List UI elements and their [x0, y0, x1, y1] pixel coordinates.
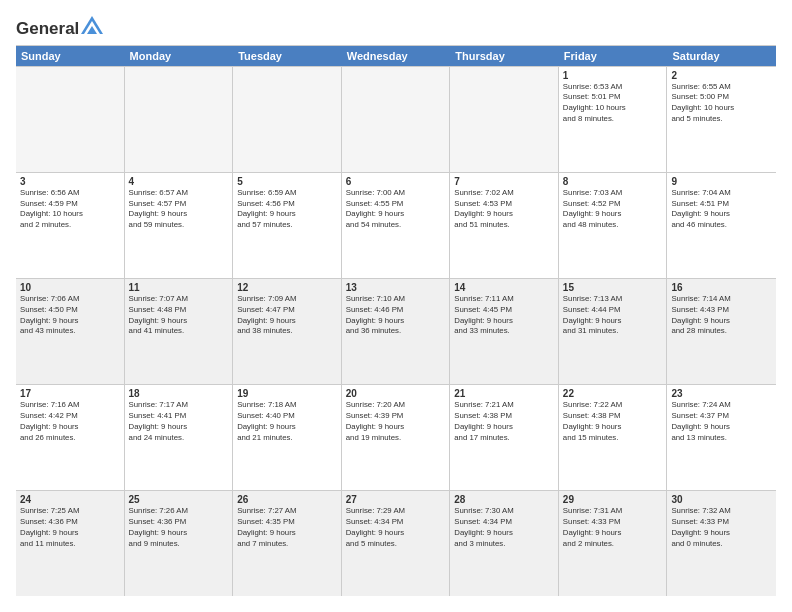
day-info: Sunrise: 7:02 AM Sunset: 4:53 PM Dayligh… — [454, 188, 554, 232]
calendar-cell: 26Sunrise: 7:27 AM Sunset: 4:35 PM Dayli… — [233, 491, 342, 596]
day-info: Sunrise: 7:21 AM Sunset: 4:38 PM Dayligh… — [454, 400, 554, 444]
day-number: 25 — [129, 494, 229, 505]
day-number: 26 — [237, 494, 337, 505]
day-info: Sunrise: 7:09 AM Sunset: 4:47 PM Dayligh… — [237, 294, 337, 338]
day-info: Sunrise: 7:00 AM Sunset: 4:55 PM Dayligh… — [346, 188, 446, 232]
day-info: Sunrise: 7:04 AM Sunset: 4:51 PM Dayligh… — [671, 188, 772, 232]
calendar-cell: 6Sunrise: 7:00 AM Sunset: 4:55 PM Daylig… — [342, 173, 451, 278]
calendar-cell: 19Sunrise: 7:18 AM Sunset: 4:40 PM Dayli… — [233, 385, 342, 490]
calendar-cell: 30Sunrise: 7:32 AM Sunset: 4:33 PM Dayli… — [667, 491, 776, 596]
day-info: Sunrise: 7:16 AM Sunset: 4:42 PM Dayligh… — [20, 400, 120, 444]
calendar-cell — [16, 67, 125, 172]
calendar-cell: 16Sunrise: 7:14 AM Sunset: 4:43 PM Dayli… — [667, 279, 776, 384]
day-number: 10 — [20, 282, 120, 293]
day-info: Sunrise: 7:29 AM Sunset: 4:34 PM Dayligh… — [346, 506, 446, 550]
day-number: 30 — [671, 494, 772, 505]
day-info: Sunrise: 7:14 AM Sunset: 4:43 PM Dayligh… — [671, 294, 772, 338]
day-number: 20 — [346, 388, 446, 399]
calendar-row: 24Sunrise: 7:25 AM Sunset: 4:36 PM Dayli… — [16, 491, 776, 596]
day-number: 17 — [20, 388, 120, 399]
day-number: 8 — [563, 176, 663, 187]
day-info: Sunrise: 6:59 AM Sunset: 4:56 PM Dayligh… — [237, 188, 337, 232]
logo-icon — [81, 16, 103, 34]
day-number: 4 — [129, 176, 229, 187]
calendar-cell: 22Sunrise: 7:22 AM Sunset: 4:38 PM Dayli… — [559, 385, 668, 490]
calendar-cell — [450, 67, 559, 172]
day-info: Sunrise: 7:24 AM Sunset: 4:37 PM Dayligh… — [671, 400, 772, 444]
day-number: 21 — [454, 388, 554, 399]
day-info: Sunrise: 7:22 AM Sunset: 4:38 PM Dayligh… — [563, 400, 663, 444]
day-number: 16 — [671, 282, 772, 293]
day-number: 11 — [129, 282, 229, 293]
day-number: 23 — [671, 388, 772, 399]
day-info: Sunrise: 7:32 AM Sunset: 4:33 PM Dayligh… — [671, 506, 772, 550]
calendar: SundayMondayTuesdayWednesdayThursdayFrid… — [16, 45, 776, 596]
day-number: 1 — [563, 70, 663, 81]
calendar-cell: 8Sunrise: 7:03 AM Sunset: 4:52 PM Daylig… — [559, 173, 668, 278]
calendar-row: 1Sunrise: 6:53 AM Sunset: 5:01 PM Daylig… — [16, 66, 776, 173]
day-number: 3 — [20, 176, 120, 187]
calendar-cell: 4Sunrise: 6:57 AM Sunset: 4:57 PM Daylig… — [125, 173, 234, 278]
calendar-cell: 5Sunrise: 6:59 AM Sunset: 4:56 PM Daylig… — [233, 173, 342, 278]
day-info: Sunrise: 7:27 AM Sunset: 4:35 PM Dayligh… — [237, 506, 337, 550]
day-info: Sunrise: 7:03 AM Sunset: 4:52 PM Dayligh… — [563, 188, 663, 232]
calendar-cell: 13Sunrise: 7:10 AM Sunset: 4:46 PM Dayli… — [342, 279, 451, 384]
calendar-cell — [233, 67, 342, 172]
calendar-cell: 27Sunrise: 7:29 AM Sunset: 4:34 PM Dayli… — [342, 491, 451, 596]
calendar-cell: 7Sunrise: 7:02 AM Sunset: 4:53 PM Daylig… — [450, 173, 559, 278]
logo-text: General — [16, 16, 103, 39]
day-number: 24 — [20, 494, 120, 505]
calendar-cell: 29Sunrise: 7:31 AM Sunset: 4:33 PM Dayli… — [559, 491, 668, 596]
day-number: 15 — [563, 282, 663, 293]
calendar-cell: 17Sunrise: 7:16 AM Sunset: 4:42 PM Dayli… — [16, 385, 125, 490]
day-info: Sunrise: 7:25 AM Sunset: 4:36 PM Dayligh… — [20, 506, 120, 550]
day-info: Sunrise: 7:30 AM Sunset: 4:34 PM Dayligh… — [454, 506, 554, 550]
calendar-cell: 12Sunrise: 7:09 AM Sunset: 4:47 PM Dayli… — [233, 279, 342, 384]
calendar-cell: 18Sunrise: 7:17 AM Sunset: 4:41 PM Dayli… — [125, 385, 234, 490]
day-number: 13 — [346, 282, 446, 293]
page-header: General — [16, 16, 776, 37]
weekday-header: Monday — [125, 46, 234, 66]
calendar-row: 3Sunrise: 6:56 AM Sunset: 4:59 PM Daylig… — [16, 173, 776, 279]
calendar-cell: 1Sunrise: 6:53 AM Sunset: 5:01 PM Daylig… — [559, 67, 668, 172]
calendar-cell: 28Sunrise: 7:30 AM Sunset: 4:34 PM Dayli… — [450, 491, 559, 596]
day-info: Sunrise: 7:26 AM Sunset: 4:36 PM Dayligh… — [129, 506, 229, 550]
calendar-cell: 23Sunrise: 7:24 AM Sunset: 4:37 PM Dayli… — [667, 385, 776, 490]
day-info: Sunrise: 7:18 AM Sunset: 4:40 PM Dayligh… — [237, 400, 337, 444]
calendar-header: SundayMondayTuesdayWednesdayThursdayFrid… — [16, 45, 776, 66]
day-number: 14 — [454, 282, 554, 293]
day-number: 6 — [346, 176, 446, 187]
calendar-body: 1Sunrise: 6:53 AM Sunset: 5:01 PM Daylig… — [16, 66, 776, 596]
day-number: 19 — [237, 388, 337, 399]
weekday-header: Tuesday — [233, 46, 342, 66]
calendar-cell: 14Sunrise: 7:11 AM Sunset: 4:45 PM Dayli… — [450, 279, 559, 384]
calendar-cell — [125, 67, 234, 172]
day-number: 12 — [237, 282, 337, 293]
day-info: Sunrise: 6:57 AM Sunset: 4:57 PM Dayligh… — [129, 188, 229, 232]
day-info: Sunrise: 7:20 AM Sunset: 4:39 PM Dayligh… — [346, 400, 446, 444]
day-number: 22 — [563, 388, 663, 399]
weekday-header: Wednesday — [342, 46, 451, 66]
day-info: Sunrise: 6:53 AM Sunset: 5:01 PM Dayligh… — [563, 82, 663, 126]
day-info: Sunrise: 7:13 AM Sunset: 4:44 PM Dayligh… — [563, 294, 663, 338]
calendar-cell — [342, 67, 451, 172]
calendar-cell: 9Sunrise: 7:04 AM Sunset: 4:51 PM Daylig… — [667, 173, 776, 278]
day-number: 18 — [129, 388, 229, 399]
day-number: 9 — [671, 176, 772, 187]
weekday-header: Thursday — [450, 46, 559, 66]
day-info: Sunrise: 7:10 AM Sunset: 4:46 PM Dayligh… — [346, 294, 446, 338]
day-info: Sunrise: 7:06 AM Sunset: 4:50 PM Dayligh… — [20, 294, 120, 338]
logo: General — [16, 16, 103, 37]
day-number: 7 — [454, 176, 554, 187]
calendar-cell: 24Sunrise: 7:25 AM Sunset: 4:36 PM Dayli… — [16, 491, 125, 596]
day-info: Sunrise: 7:07 AM Sunset: 4:48 PM Dayligh… — [129, 294, 229, 338]
calendar-cell: 15Sunrise: 7:13 AM Sunset: 4:44 PM Dayli… — [559, 279, 668, 384]
day-number: 27 — [346, 494, 446, 505]
calendar-cell: 21Sunrise: 7:21 AM Sunset: 4:38 PM Dayli… — [450, 385, 559, 490]
calendar-cell: 3Sunrise: 6:56 AM Sunset: 4:59 PM Daylig… — [16, 173, 125, 278]
day-info: Sunrise: 7:31 AM Sunset: 4:33 PM Dayligh… — [563, 506, 663, 550]
calendar-cell: 10Sunrise: 7:06 AM Sunset: 4:50 PM Dayli… — [16, 279, 125, 384]
day-number: 29 — [563, 494, 663, 505]
day-info: Sunrise: 6:56 AM Sunset: 4:59 PM Dayligh… — [20, 188, 120, 232]
calendar-row: 10Sunrise: 7:06 AM Sunset: 4:50 PM Dayli… — [16, 279, 776, 385]
